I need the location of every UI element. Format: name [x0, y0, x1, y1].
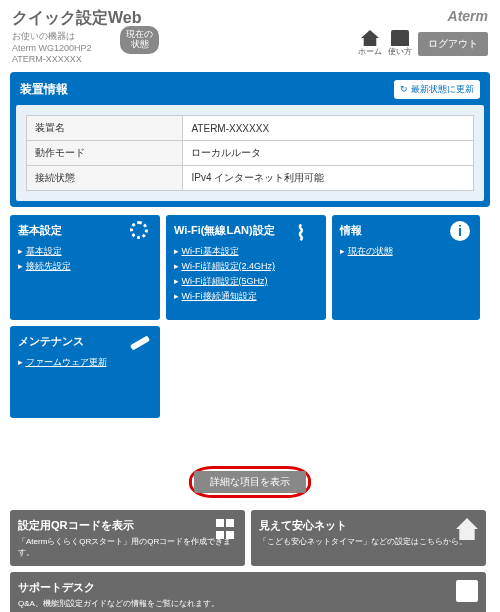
logout-button[interactable]: ログアウト — [418, 32, 488, 56]
device-info-title: 装置情報 — [20, 81, 68, 98]
wrench-icon — [130, 332, 152, 354]
card-qr-code[interactable]: 設定用QRコードを表示 「AtermらくらくQRスタート」用のQRコードを作成で… — [10, 510, 245, 566]
top-actions: ホーム 使い方 ログアウト — [358, 30, 488, 57]
link-basic-settings[interactable]: 基本設定 — [26, 246, 62, 256]
link-firmware-update[interactable]: ファームウェア更新 — [26, 357, 107, 367]
home-button[interactable]: ホーム — [358, 30, 382, 57]
card-basic-settings: 基本設定 基本設定 接続先設定 — [10, 215, 160, 320]
card-wifi-settings: ⌇ Wi-Fi(無線LAN)設定 Wi-Fi基本設定 Wi-Fi詳細設定(2.4… — [166, 215, 326, 320]
gear-icon — [130, 221, 152, 243]
settings-cards: 基本設定 基本設定 接続先設定 ⌇ Wi-Fi(無線LAN)設定 Wi-Fi基本… — [10, 215, 490, 458]
home-icon — [361, 30, 379, 46]
card-support-desk[interactable]: サポートデスク Q&A、機能別設定ガイドなどの情報をご覧になれます。 — [10, 572, 486, 612]
link-wifi-basic[interactable]: Wi-Fi基本設定 — [182, 246, 239, 256]
card-info: i 情報 現在の状態 — [332, 215, 480, 320]
info-icon: i — [450, 221, 472, 243]
card-maintenance: メンテナンス ファームウェア更新 — [10, 326, 160, 418]
usage-button[interactable]: 使い方 — [388, 30, 412, 57]
brand-logo: Aterm — [448, 8, 488, 24]
link-wifi-5ghz[interactable]: Wi-Fi詳細設定(5GHz) — [182, 276, 268, 286]
link-current-status[interactable]: 現在の状態 — [348, 246, 393, 256]
table-row: 接続状態IPv4 インターネット利用可能 — [27, 166, 474, 191]
card-safety-net[interactable]: 見えて安心ネット 「こども安心ネットタイマー」などの設定はこちらから。 — [251, 510, 486, 566]
detail-button-wrap: 詳細な項目を表示 — [10, 466, 490, 498]
highlight-circle: 詳細な項目を表示 — [189, 466, 311, 498]
page-title: クイック設定Web — [12, 8, 488, 29]
book-icon — [391, 30, 409, 46]
show-detailed-items-button[interactable]: 詳細な項目を表示 — [194, 471, 306, 493]
device-info-table: 装置名ATERM-XXXXXX 動作モードローカルルータ 接続状態IPv4 イン… — [26, 115, 474, 191]
wifi-icon: ⌇ — [296, 221, 318, 243]
link-wifi-24ghz[interactable]: Wi-Fi詳細設定(2.4GHz) — [182, 261, 276, 271]
link-wifi-notify[interactable]: Wi-Fi接続通知設定 — [182, 291, 257, 301]
refresh-button[interactable]: ↻ 最新状態に更新 — [394, 80, 480, 99]
table-row: 動作モードローカルルータ — [27, 141, 474, 166]
main: 装置情報 ↻ 最新状態に更新 装置名ATERM-XXXXXX 動作モードローカル… — [0, 72, 500, 612]
qr-icon — [215, 518, 237, 540]
link-connection-settings[interactable]: 接続先設定 — [26, 261, 71, 271]
table-row: 装置名ATERM-XXXXXX — [27, 116, 474, 141]
header: クイック設定Web お使いの機器は Aterm WG1200HP2 ATERM-… — [0, 0, 500, 72]
device-info-panel: 装置情報 ↻ 最新状態に更新 装置名ATERM-XXXXXX 動作モードローカル… — [10, 72, 490, 207]
current-status-badge[interactable]: 現在の 状態 — [120, 26, 159, 54]
grey-cards: 設定用QRコードを表示 「AtermらくらくQRスタート」用のQRコードを作成で… — [10, 510, 490, 612]
book-icon — [456, 580, 478, 602]
